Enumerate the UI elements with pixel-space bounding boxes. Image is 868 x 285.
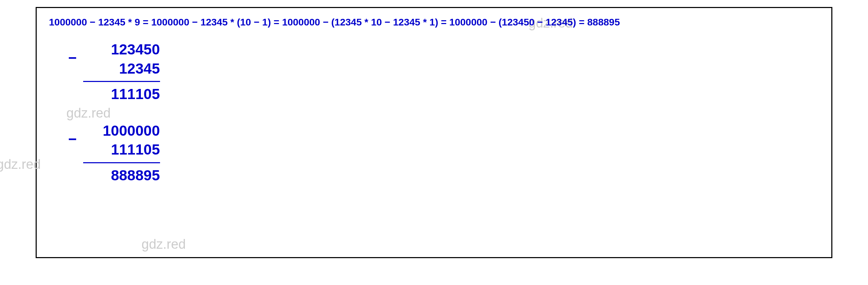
watermark-text: gdz.red [142, 237, 186, 252]
minuend: 123450 [83, 40, 160, 59]
subtrahend: 12345 [83, 59, 160, 78]
difference: 888895 [83, 166, 160, 185]
calc-divider [83, 162, 160, 163]
subtraction-block-2: − 1000000 111105 888895 [68, 121, 819, 185]
subtraction-block-1: − 123450 12345 111105 [68, 40, 819, 104]
bordered-content-box: gdz.red gdz.red gdz.red 1000000 − 12345 … [36, 7, 832, 258]
subtrahend: 111105 [83, 140, 160, 159]
minuend: 1000000 [83, 121, 160, 141]
minus-sign: − [68, 132, 77, 147]
minus-sign: − [68, 51, 77, 65]
watermark-text: gdz.red [0, 157, 41, 172]
difference: 111105 [83, 85, 160, 104]
calc-divider [83, 81, 160, 82]
equation-expansion: 1000000 − 12345 * 9 = 1000000 − 12345 * … [49, 17, 819, 28]
